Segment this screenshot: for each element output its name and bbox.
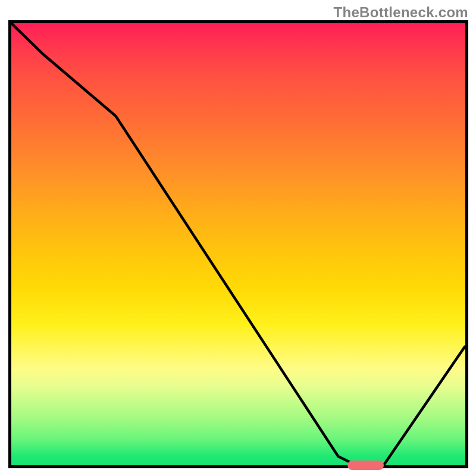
chart-background-gradient <box>11 23 465 465</box>
watermark-text: TheBottleneck.com <box>334 4 468 21</box>
optimal-range-marker <box>347 461 384 470</box>
chart-frame <box>8 20 468 468</box>
